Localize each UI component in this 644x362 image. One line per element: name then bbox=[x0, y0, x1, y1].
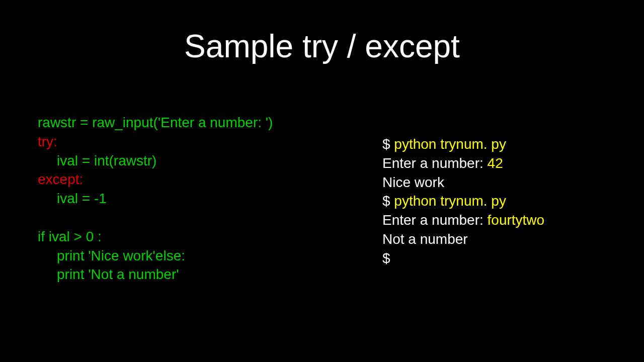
output-cmd-2: python trynum. py bbox=[394, 193, 506, 209]
code-line-7a: print 'Nice work' bbox=[57, 248, 155, 263]
slide: Sample try / except rawstr = raw_input('… bbox=[0, 0, 644, 362]
code-line-7b: else: bbox=[155, 248, 185, 263]
output-prompt-1: $ bbox=[382, 136, 394, 152]
output-cmd-1: python trynum. py bbox=[394, 136, 506, 152]
output-block: $ python trynum. py Enter a number: 42 N… bbox=[382, 135, 544, 268]
slide-title: Sample try / except bbox=[0, 28, 644, 65]
output-prompt-3: $ bbox=[382, 250, 390, 266]
code-line-5: ival = -1 bbox=[57, 191, 107, 206]
output-input-1: 42 bbox=[484, 155, 503, 171]
code-line-8: print 'Not a number' bbox=[57, 266, 179, 282]
code-line-4: except: bbox=[38, 171, 83, 187]
output-result-2: Not a number bbox=[382, 231, 468, 247]
output-prompt-text-2: Enter a number: bbox=[382, 212, 484, 228]
output-prompt-2: $ bbox=[382, 193, 394, 209]
code-line-6: if ival > 0 : bbox=[38, 229, 102, 244]
code-line-2: try: bbox=[38, 134, 57, 149]
output-input-2: fourtytwo bbox=[484, 212, 544, 228]
output-result-1: Nice work bbox=[382, 174, 444, 190]
code-block: rawstr = raw_input('Enter a number: ') t… bbox=[38, 113, 273, 284]
output-prompt-text-1: Enter a number: bbox=[382, 155, 484, 171]
code-line-3: ival = int(rawstr) bbox=[57, 153, 156, 168]
code-line-1: rawstr = raw_input('Enter a number: ') bbox=[38, 115, 273, 130]
